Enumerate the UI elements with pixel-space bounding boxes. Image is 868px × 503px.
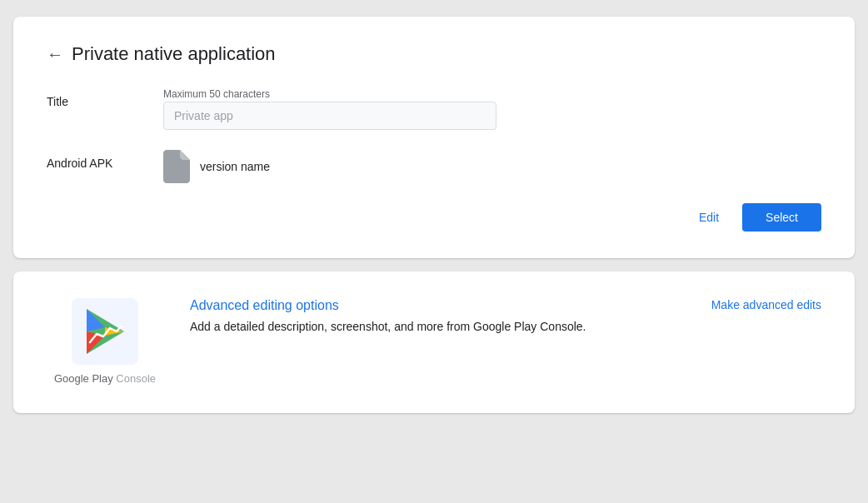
gpc-logo-text: Google Play Console: [54, 371, 156, 386]
version-name: version name: [200, 160, 270, 173]
title-hint: Maximum 50 characters: [163, 88, 496, 100]
advanced-card: Google Play Console Advanced editing opt…: [13, 271, 855, 413]
title-input[interactable]: [163, 102, 496, 130]
advanced-editing-desc: Add a detailed description, screenshot, …: [190, 320, 685, 333]
logo-console-text: Console: [113, 372, 156, 385]
file-icon: [163, 150, 190, 183]
back-button[interactable]: ←: [47, 46, 63, 62]
page-header: ← Private native application: [47, 43, 821, 65]
advanced-right: Make advanced edits: [711, 298, 821, 311]
title-label: Title: [47, 88, 163, 108]
apk-row: version name: [163, 150, 270, 183]
page-title: Private native application: [72, 43, 276, 65]
advanced-editing-title: Advanced editing options: [190, 298, 685, 313]
gpc-logo-area: Google Play Console: [47, 298, 163, 386]
title-input-wrapper: Maximum 50 characters: [163, 88, 496, 130]
make-advanced-edits-button[interactable]: Make advanced edits: [711, 298, 821, 311]
title-form-row: Title Maximum 50 characters: [47, 88, 821, 130]
advanced-content: Advanced editing options Add a detailed …: [190, 298, 685, 333]
main-card: ← Private native application Title Maxim…: [13, 17, 855, 258]
apk-label: Android APK: [47, 150, 163, 170]
apk-form-row: Android APK version name: [47, 150, 821, 183]
actions-row: Edit Select: [47, 203, 821, 232]
edit-button[interactable]: Edit: [689, 204, 729, 231]
select-button[interactable]: Select: [742, 203, 821, 232]
gpc-logo-icon: [72, 298, 138, 365]
logo-google-text: Google Play: [54, 372, 113, 385]
